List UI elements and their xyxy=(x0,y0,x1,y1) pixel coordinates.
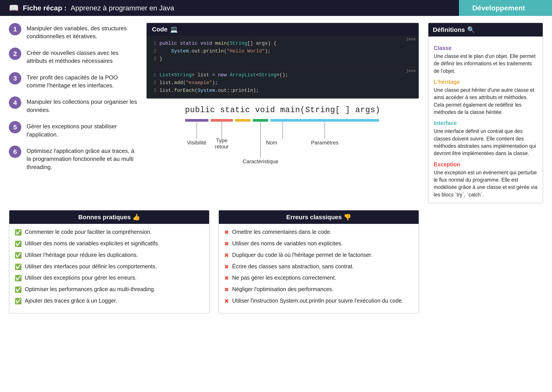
definition-text: Une interface définit un contrat que des… xyxy=(434,128,537,157)
svg-text:Paramètres: Paramètres xyxy=(311,140,338,146)
bottom-section: Bonnes pratiques 👍 ✅Commenter le code po… xyxy=(0,203,552,320)
code-line-1-2: 2 System.out.println("Hello World"); xyxy=(152,47,413,55)
cross-icon: ✖ xyxy=(224,263,229,271)
header-right: Développement xyxy=(459,0,552,16)
bp-text: Utiliser des noms de variables explicite… xyxy=(25,240,159,247)
ec-text: Ne pas gérer les exceptions correctement… xyxy=(232,274,336,281)
svg-text:Caractéristique: Caractéristique xyxy=(243,158,278,164)
search-icon: 🔍 xyxy=(467,26,475,33)
ec-text: Utiliser l'instruction System.out.printl… xyxy=(232,297,403,304)
bonnes-pratiques-header: Bonnes pratiques 👍 xyxy=(9,210,209,224)
cross-icon: ✖ xyxy=(224,286,229,294)
cross-icon: ✖ xyxy=(224,298,229,305)
header: 📖 Fiche récap : Apprenez à programmer en… xyxy=(0,0,552,16)
definitions-body: ClasseUne classe est le plan d'un objet.… xyxy=(429,36,543,203)
java-label-2: java xyxy=(406,69,415,73)
svg-rect-1 xyxy=(211,119,233,122)
item-text: Gérer les exceptions pour stabiliser l'a… xyxy=(27,120,137,139)
item-text: Créer de nouvelles classes avec les attr… xyxy=(27,47,137,65)
diagram-section: public static void main(String[ ] args) xyxy=(146,103,419,170)
code-block-1: java 1 public static void main(String[] … xyxy=(147,36,419,67)
bp-text: Utiliser des interfaces pour définir les… xyxy=(25,263,157,270)
erreurs-classiques-section: Erreurs classiques 👎 ✖Omettre les commen… xyxy=(218,210,419,314)
bp-item: ✅Utiliser l'héritage pour réduire les du… xyxy=(15,251,204,259)
definitions-section: Définitions 🔍 ClasseUne classe est le pl… xyxy=(428,22,543,203)
item-text: Manipuler les collections pour organiser… xyxy=(27,96,137,114)
num-badge: 1 xyxy=(9,23,21,35)
bp-text: Utiliser l'héritage pour réduire les dup… xyxy=(25,251,138,259)
check-icon: ✅ xyxy=(15,252,22,259)
right-column: Définitions 🔍 ClasseUne classe est le pl… xyxy=(428,22,543,203)
erreurs-classiques-header: Erreurs classiques 👎 xyxy=(219,210,419,224)
check-icon: ✅ xyxy=(15,274,22,282)
bonnes-pratiques-section: Bonnes pratiques 👍 ✅Commenter le code po… xyxy=(9,210,210,314)
bp-item: ✅Utiliser des interfaces pour définir le… xyxy=(15,263,204,271)
erreurs-classiques-title: Erreurs classiques 👎 xyxy=(286,214,351,221)
item-text: Tirer profit des capacités de la POO com… xyxy=(27,72,137,90)
svg-text:Type: Type xyxy=(216,137,227,143)
check-icon: ✅ xyxy=(15,229,22,236)
diagram-code-text: public static void main(String[ ] args) xyxy=(185,105,380,115)
ec-item: ✖Utiliser des noms de variables non expl… xyxy=(224,240,413,248)
definition-term: Classe xyxy=(434,45,537,51)
definitions-header: Définitions 🔍 xyxy=(429,23,543,36)
num-badge: 5 xyxy=(9,121,21,133)
diagram-svg: Visibilité Type retour Nom Paramètres Ca… xyxy=(183,117,382,166)
bp-item: ✅Utiliser des noms de variables explicit… xyxy=(15,240,204,248)
item-text: Manipuler des variables, des structures … xyxy=(27,22,137,41)
cross-icon: ✖ xyxy=(224,240,229,248)
check-icon: ✅ xyxy=(15,298,22,305)
bp-item: ✅Commenter le code pour faciliter la com… xyxy=(15,228,204,236)
definitions-title: Définitions xyxy=(433,26,465,33)
num-badge: 6 xyxy=(9,146,21,158)
cross-icon: ✖ xyxy=(224,274,229,282)
bp-text: Utiliser des exceptions pour gérer les e… xyxy=(25,274,137,281)
code-block-2: java 1 List<String> list = new ArrayList… xyxy=(147,67,419,99)
bp-item: ✅Utiliser des exceptions pour gérer les … xyxy=(15,274,204,282)
java-label-1: java xyxy=(406,37,415,41)
numbered-item: 6 Optimisez l'application grâce aux trac… xyxy=(9,145,137,171)
check-icon: ✅ xyxy=(15,263,22,271)
ec-item: ✖Utiliser l'instruction System.out.print… xyxy=(224,297,413,305)
definition-term: L'héritage xyxy=(434,79,537,85)
definition-term: Interface xyxy=(434,120,537,126)
cross-icon: ✖ xyxy=(224,252,229,259)
ec-text: Utiliser des noms de variables non expli… xyxy=(232,240,343,247)
bonnes-pratiques-body: ✅Commenter le code pour faciliter la com… xyxy=(9,224,209,313)
svg-rect-3 xyxy=(253,119,268,122)
code-section: Code 💻 java 1 public static void main(St… xyxy=(146,22,419,99)
definition-term: Exception xyxy=(434,161,537,168)
code-line-2-1: 1 List<String> list = new ArrayList<Stri… xyxy=(152,71,413,79)
book-icon: 📖 xyxy=(9,3,19,13)
page-container: 📖 Fiche récap : Apprenez à programmer en… xyxy=(0,0,552,320)
num-badge: 3 xyxy=(9,72,21,84)
check-icon: ✅ xyxy=(15,240,22,248)
svg-text:Visibilité: Visibilité xyxy=(187,140,206,146)
svg-rect-0 xyxy=(185,119,208,122)
code-line-2-2: 2 list.add("example"); xyxy=(152,79,413,87)
left-column: 1 Manipuler des variables, des structure… xyxy=(9,22,137,203)
code-line-1-1: 1 public static void main(String[] args)… xyxy=(152,40,413,47)
ec-text: Écrire des classes sans abstraction, san… xyxy=(232,263,354,270)
ec-item: ✖Omettre les commentaires dans le code. xyxy=(224,228,413,236)
bp-text: Commenter le code pour faciliter la comp… xyxy=(25,228,152,236)
numbered-item: 3 Tirer profit des capacités de la POO c… xyxy=(9,72,137,90)
bp-item: ✅Optimiser les performances grâce au mul… xyxy=(15,286,204,294)
numbered-item: 2 Créer de nouvelles classes avec les at… xyxy=(9,47,137,65)
definition-text: Une classe est le plan d'un objet. Elle … xyxy=(434,53,537,75)
check-icon: ✅ xyxy=(15,286,22,294)
definition-text: Une classe peut hériter d'une autre clas… xyxy=(434,86,537,116)
svg-rect-2 xyxy=(235,119,251,122)
code-header: Code 💻 xyxy=(147,23,419,36)
top-row: 1 Manipuler des variables, des structure… xyxy=(0,16,552,203)
code-title: Code xyxy=(152,26,167,33)
ec-item: ✖Dupliquer du code là où l'héritage perm… xyxy=(224,251,413,259)
svg-text:retour: retour xyxy=(215,144,229,150)
definition-text: Une exception est un événement qui pertu… xyxy=(434,169,537,198)
numbered-item: 1 Manipuler des variables, des structure… xyxy=(9,22,137,41)
bp-text: Optimiser les performances grâce au mult… xyxy=(25,286,155,293)
ec-item: ✖Négliger l'optimisation des performance… xyxy=(224,286,413,294)
erreurs-classiques-body: ✖Omettre les commentaires dans le code.✖… xyxy=(219,224,419,313)
numbered-item: 4 Manipuler les collections pour organis… xyxy=(9,96,137,114)
ec-item: ✖Écrire des classes sans abstraction, sa… xyxy=(224,263,413,271)
